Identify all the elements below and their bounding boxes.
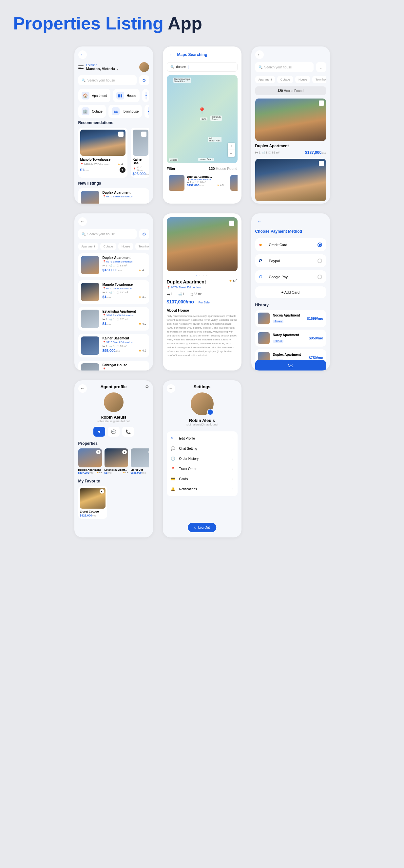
search-icon: 🔍 bbox=[82, 232, 86, 236]
add-card-button[interactable]: + Add Card bbox=[255, 286, 326, 298]
payment-credit-card[interactable]: ●●Credit Card bbox=[255, 238, 326, 251]
property-mini[interactable]: ♥ Duplex Apartment $137,000/mo★4.9 bbox=[78, 448, 102, 474]
search-input[interactable]: 🔍Search your house bbox=[78, 75, 137, 85]
settings-item[interactable]: 📍 Track Order › bbox=[167, 464, 237, 474]
list-item[interactable]: Duplex Apartment 📍6876 Street Edmonton 🛏… bbox=[78, 253, 149, 277]
search-input[interactable]: 🔍Search your house bbox=[255, 62, 314, 72]
settings-item[interactable]: 🔔 Notifications › bbox=[167, 484, 237, 494]
heart-icon[interactable]: ♥ bbox=[120, 167, 125, 173]
result-card[interactable]: Manolo Townhouse 🛏 2 🛁 1 ⬚ 350 m² $1/mo bbox=[255, 159, 326, 204]
favorite-card[interactable]: ♥ Lloret Cotage $825,000/mo bbox=[78, 486, 107, 519]
list-item[interactable]: Kainer Basement 📍9110 Street Edmonton 🛏 … bbox=[78, 334, 149, 358]
settings-item[interactable]: ✎ Edit Profile › bbox=[167, 433, 237, 443]
rating: ★ 4.9 bbox=[229, 279, 237, 283]
agent-email: robin.aleuis@maulkit.net bbox=[78, 420, 149, 423]
category-more2[interactable]: ▪ bbox=[144, 105, 149, 118]
back-button[interactable]: ← bbox=[78, 217, 87, 226]
tab-favorites[interactable]: ♥ bbox=[93, 427, 105, 437]
rec-card[interactable]: Kainer Bas 📍9110 Street $95,000/mo bbox=[131, 128, 149, 178]
tab-call[interactable]: 📞 bbox=[122, 427, 134, 437]
avatar[interactable] bbox=[139, 62, 149, 72]
payment-paypal[interactable]: PPaypal bbox=[255, 254, 326, 267]
avatar[interactable] bbox=[191, 393, 213, 415]
category-house[interactable]: ▮▮House bbox=[113, 89, 140, 102]
settings-icon[interactable]: ⚙ bbox=[145, 384, 149, 389]
chip[interactable]: Cotage bbox=[100, 243, 116, 250]
screen-agent-profile: ← Agent profile ⚙ Robin Aleuis robin.ale… bbox=[75, 380, 153, 537]
chip-townhouse[interactable]: Townho bbox=[312, 76, 326, 83]
zoom-control[interactable]: +− bbox=[228, 143, 235, 157]
chip[interactable]: Townho bbox=[135, 243, 149, 250]
chip[interactable]: Apartment bbox=[78, 243, 98, 250]
category-cotage[interactable]: 🏢Cotage bbox=[78, 105, 106, 118]
search-input[interactable]: 🔍Search your house bbox=[78, 229, 137, 239]
chip-cotage[interactable]: Cotage bbox=[277, 76, 293, 83]
heart-icon[interactable]: ♥ bbox=[99, 489, 104, 494]
favorite-title: My Favorite bbox=[78, 479, 149, 484]
filter-button[interactable]: ⚙ bbox=[139, 229, 149, 239]
category-townhouse[interactable]: 🏘Townhouse bbox=[109, 105, 142, 118]
list-item[interactable]: Duplex Apartment 📍6876 Street Edmonton bbox=[78, 188, 149, 204]
zoom-out[interactable]: − bbox=[228, 150, 235, 157]
property-mini[interactable]: ♥ Estanislau Apart... $1/mo★4.9 bbox=[105, 448, 128, 474]
location-label: Location bbox=[86, 63, 119, 67]
list-item[interactable]: Manolo Townhouse 📍6420 Av W Edmonton 🛏 2… bbox=[78, 280, 149, 304]
carousel-dots[interactable]: ━ ● ● ● bbox=[167, 275, 237, 277]
chip[interactable]: House bbox=[118, 243, 133, 250]
history-item[interactable]: Nocoa Apartment⦿ Paid $1599/mo bbox=[255, 310, 326, 327]
settings-item[interactable]: 🕓 Order History › bbox=[167, 454, 237, 464]
new-listings-title: New listings bbox=[78, 181, 149, 186]
category-apartment[interactable]: 🏠Apartment bbox=[78, 89, 110, 102]
property-mini[interactable]: ♥ Lloret Cot $825,000/mo★4.9 bbox=[131, 448, 149, 474]
tab-chat[interactable]: 💬 bbox=[108, 427, 120, 437]
agent-name: Robin Aleuis bbox=[78, 415, 149, 420]
zoom-in[interactable]: + bbox=[228, 143, 235, 150]
settings-item-icon: ✎ bbox=[171, 436, 176, 440]
pin-icon: 📍 bbox=[103, 195, 106, 198]
back-button[interactable]: ← bbox=[78, 51, 87, 59]
menu-icon[interactable] bbox=[78, 65, 84, 69]
results-count: 120 House Found bbox=[209, 166, 237, 170]
search-input[interactable]: 🔍duplex| bbox=[167, 62, 237, 72]
bookmark-icon[interactable] bbox=[118, 131, 123, 137]
chip-house[interactable]: House bbox=[295, 76, 310, 83]
settings-item[interactable]: 💬 Chat Setting › bbox=[167, 443, 237, 454]
map-list-card[interactable]: Duplex Apartme... 📍 6876 Street Edmont 🛏… bbox=[167, 173, 226, 193]
radio-off bbox=[317, 258, 322, 263]
location-value[interactable]: Mandon, Victoria ⌄ bbox=[86, 67, 119, 71]
result-card[interactable]: Duplex Apartment 🛏 1 🛁 1 ⬚ 83 m² $137,00… bbox=[255, 98, 326, 155]
history-item[interactable]: Narcy Apartment⦿ Paid $950/mo bbox=[255, 330, 326, 347]
back-button[interactable]: ← bbox=[255, 217, 264, 226]
list-item[interactable]: Estanislau Apartment 📍5393 Av NW Edmonto… bbox=[78, 307, 149, 331]
ok-button[interactable]: OK bbox=[255, 360, 326, 371]
chip-apartment[interactable]: Apartment bbox=[255, 76, 276, 83]
property-specs: 🛏 1 🛁 1 ⬚ 83 m² bbox=[167, 292, 237, 296]
bookmark-icon[interactable] bbox=[319, 161, 324, 166]
filter-label[interactable]: Filter bbox=[167, 166, 176, 170]
bookmark-icon[interactable] bbox=[141, 131, 146, 137]
back-button[interactable]: ← bbox=[255, 51, 264, 59]
filter-button[interactable]: ⚙ bbox=[139, 75, 149, 85]
bookmark-icon[interactable] bbox=[319, 100, 324, 106]
logout-button[interactable]: ⎋Log Out bbox=[188, 523, 217, 532]
category-more[interactable]: ▪ bbox=[142, 89, 149, 102]
chevron-right-icon: › bbox=[232, 487, 233, 491]
screen-detail: ✕ ━ ● ● ● Duplex Apartment ★ 4.9 📍 6876 … bbox=[163, 213, 241, 371]
bookmark-icon[interactable] bbox=[229, 221, 234, 226]
dropdown-button[interactable]: ⌄ bbox=[316, 62, 326, 72]
house-icon: 🏘 bbox=[112, 107, 120, 115]
payment-google-pay[interactable]: GGoogle Pay bbox=[255, 270, 326, 283]
google-icon: G bbox=[259, 274, 266, 279]
screen-results: ← 🔍Search your house ⌄ Apartment Cotage … bbox=[251, 46, 330, 204]
back-button[interactable]: ← bbox=[167, 384, 175, 393]
back-button[interactable]: ← bbox=[78, 384, 87, 393]
edit-avatar-icon[interactable] bbox=[207, 409, 213, 415]
list-item[interactable]: Fabregat House 📍 bbox=[78, 361, 149, 371]
rec-card[interactable]: Manolo Townhouse 📍6420 Av W Edmonton ★ 4… bbox=[78, 128, 127, 178]
screen-maps: ← Maps Searching 🔍duplex| Wai'anapanapa … bbox=[163, 46, 241, 204]
back-button[interactable]: ← bbox=[167, 51, 175, 59]
map-list-card[interactable] bbox=[228, 173, 237, 193]
map[interactable]: Wai'anapanapa State Park 📍 Hana Kaihalul… bbox=[167, 75, 237, 163]
settings-item[interactable]: 💳 Cards › bbox=[167, 474, 237, 484]
chevron-right-icon: › bbox=[232, 477, 233, 481]
